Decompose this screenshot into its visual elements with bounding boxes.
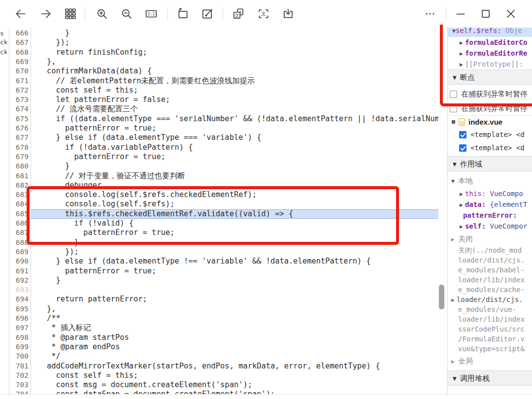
code-line: * 插入标记	[47, 323, 438, 332]
code-line: }	[47, 162, 438, 171]
object-property-row[interactable]: patternError:	[448, 210, 532, 221]
translate-button[interactable]: A文	[229, 4, 248, 24]
line-number: 680	[10, 162, 29, 171]
line-number: 703	[10, 380, 29, 390]
checkbox-checked-icon[interactable]	[459, 144, 466, 152]
collapse-square-icon	[452, 120, 455, 124]
minimize-button[interactable]	[451, 4, 470, 24]
object-property-row[interactable]: ▶formulaEditorCo	[448, 37, 532, 48]
code-line: * @param startPos	[47, 333, 438, 342]
path-text: 关闭(../node_mod	[458, 246, 522, 254]
code-line: });	[47, 247, 438, 257]
toolbar-divider	[167, 7, 168, 21]
ocr-text-button[interactable]: 文	[254, 4, 273, 24]
section-header[interactable]: ▼作用域	[448, 156, 532, 171]
expand-arrow-icon: ▶	[451, 233, 455, 245]
expand-arrow-icon: ▶	[460, 221, 463, 232]
line-number: 667	[10, 38, 29, 47]
back-button[interactable]	[11, 4, 31, 24]
object-property-row[interactable]: ▶[[Prototype]]:	[448, 59, 532, 69]
closure-path-line[interactable]: ▶loader/dist/cjs.	[448, 295, 532, 304]
path-text: e_modules/babel-	[458, 266, 525, 274]
code-line: debugger	[47, 181, 438, 190]
forward-button[interactable]	[36, 4, 56, 24]
zoom-out-button[interactable]	[117, 4, 136, 24]
property-value: Obje	[505, 27, 522, 34]
property-name: data:	[465, 200, 490, 208]
grid-view-button[interactable]	[61, 4, 80, 24]
expand-arrow-icon: ▶	[451, 295, 455, 304]
section-header[interactable]: ▼调用堆栈	[448, 370, 532, 386]
clipped-text-fragment: ck	[0, 48, 7, 56]
closure-path-line: loader/lib/index	[448, 314, 532, 324]
file-name: index.vue	[468, 118, 502, 126]
code-line: console.log(self.$refs.checkedElementRef…	[47, 190, 438, 200]
path-text: loader/dist/cjs.	[458, 256, 525, 264]
code-line: patternError = true;	[47, 124, 438, 133]
checkbox-unchecked-icon[interactable]	[450, 105, 457, 112]
scope-section-row[interactable]: ▶全局	[448, 355, 532, 367]
code-line: },	[47, 57, 438, 66]
expand-arrow-icon: ▶	[460, 189, 463, 199]
vertical-scrollbar-thumb[interactable]	[439, 285, 444, 309]
line-number: 702	[10, 371, 29, 380]
section-header[interactable]: ▼断点	[448, 69, 532, 85]
object-property-row[interactable]: ▶data: {elementT	[448, 199, 532, 210]
code-line: },	[47, 304, 438, 314]
code-line	[47, 285, 438, 295]
closure-path-line: 关闭(../node_mod	[448, 245, 532, 255]
toolbar-divider	[223, 7, 223, 21]
pause-on-exception-checkbox-row[interactable]: 在捕获到异常时暂停	[448, 87, 532, 101]
closure-path-line: /FormulaEditor.v	[448, 334, 532, 344]
breakpoint-checkbox-row[interactable]: <template> <d	[448, 128, 532, 141]
object-property-row[interactable]: ▶this: VueCompo	[448, 188, 532, 199]
breakpoint-checkbox-row[interactable]: <template> <d	[448, 141, 532, 155]
code-line: this.$refs.checkedElementRef.validate((v…	[47, 209, 438, 219]
code-line: if (!valid) {	[47, 219, 438, 228]
code-line: return patternError;	[47, 295, 438, 304]
more-options-button[interactable]	[420, 4, 440, 24]
checkbox-label: 在捕获到异常时暂停	[461, 104, 528, 112]
line-number: 694	[10, 295, 29, 304]
section-title: 调用堆栈	[460, 374, 490, 382]
line-number: 672	[10, 86, 29, 95]
pause-on-exception-checkbox-row[interactable]: 在捕获到异常时暂停	[448, 101, 532, 115]
zoom-in-button[interactable]	[92, 4, 112, 24]
closure-path-line: vue&type=script&	[448, 344, 532, 354]
checkbox-unchecked-icon[interactable]	[450, 91, 457, 98]
scope-section-row[interactable]: ▶关闭	[448, 233, 532, 245]
edit-button[interactable]	[198, 4, 217, 24]
actual-size-button[interactable]: 1:1	[141, 4, 161, 24]
scope-section-row[interactable]: ▼本地	[448, 174, 532, 187]
object-property-row[interactable]: ▶self: VueCompor	[448, 221, 532, 232]
save-button[interactable]	[278, 4, 298, 24]
property-name: formulaEditorCo	[465, 38, 527, 46]
close-button[interactable]	[501, 4, 521, 24]
line-number: 701	[10, 362, 29, 371]
line-number: 698	[10, 333, 29, 342]
expand-arrow-icon: ▼	[451, 175, 455, 187]
code-line: const self = this;	[47, 371, 438, 380]
expand-arrow-icon: ▶	[451, 355, 455, 367]
closure-path-line: ssarCodePlus/src	[448, 324, 532, 334]
collapse-arrow-icon: ▼	[453, 371, 457, 386]
code-line: confirmMarkData(data) {	[47, 66, 438, 76]
viewer-toolbar: 1:1 A文 文	[0, 0, 532, 28]
checkbox-label: 在捕获到异常时暂停	[461, 90, 528, 98]
line-number: 669	[10, 57, 29, 66]
code-line: }	[47, 29, 438, 38]
breakpoint-file-row[interactable]: index.vue	[448, 115, 532, 128]
object-property-row[interactable]: ▶formulaEditorRe	[448, 48, 532, 59]
vue-file-icon	[459, 118, 465, 126]
maximize-button[interactable]	[476, 4, 496, 24]
clipped-text-fragment: ck	[0, 38, 7, 46]
crop-rotate-button[interactable]	[173, 4, 193, 24]
line-number: 700	[10, 352, 29, 361]
line-number: 676	[10, 124, 29, 133]
line-number: 688	[10, 238, 29, 247]
line-number: 690	[10, 257, 29, 266]
code-line: if (!data.variablePattern) {	[47, 143, 438, 152]
line-number: 678	[10, 143, 29, 152]
code-line: * @param endPos	[47, 342, 438, 352]
checkbox-checked-icon[interactable]	[459, 131, 466, 138]
